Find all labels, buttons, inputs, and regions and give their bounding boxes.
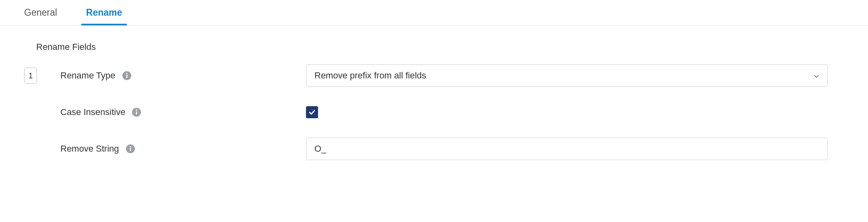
tab-general[interactable]: General bbox=[19, 0, 62, 25]
info-icon[interactable] bbox=[126, 144, 135, 154]
rename-type-value: Remove prefix from all fields bbox=[314, 70, 426, 81]
case-insensitive-checkbox[interactable] bbox=[306, 106, 318, 118]
remove-string-label: Remove String bbox=[60, 144, 119, 154]
row-rename-type: 1 Rename Type Remove prefix from all fie… bbox=[24, 64, 852, 87]
svg-point-2 bbox=[126, 73, 128, 74]
tab-rename[interactable]: Rename bbox=[81, 0, 127, 25]
remove-string-input[interactable] bbox=[306, 138, 828, 160]
tab-bar: General Rename bbox=[0, 0, 868, 26]
rename-type-label: Rename Type bbox=[60, 70, 116, 81]
row-case-insensitive: Case Insensitive bbox=[24, 106, 852, 118]
case-insensitive-label: Case Insensitive bbox=[60, 107, 125, 117]
rename-type-select[interactable]: Remove prefix from all fields bbox=[306, 64, 828, 87]
svg-rect-7 bbox=[130, 148, 131, 151]
svg-rect-1 bbox=[126, 75, 127, 78]
svg-point-8 bbox=[130, 146, 131, 148]
row-index-badge: 1 bbox=[24, 68, 37, 84]
info-icon[interactable] bbox=[122, 71, 132, 80]
form-content: Rename Fields 1 Rename Type Remove prefi… bbox=[0, 26, 868, 176]
info-icon[interactable] bbox=[132, 107, 141, 117]
chevron-down-icon bbox=[813, 72, 820, 79]
section-title: Rename Fields bbox=[36, 42, 852, 52]
row-remove-string: Remove String bbox=[24, 138, 852, 160]
svg-point-5 bbox=[136, 109, 138, 111]
svg-rect-4 bbox=[136, 111, 137, 115]
